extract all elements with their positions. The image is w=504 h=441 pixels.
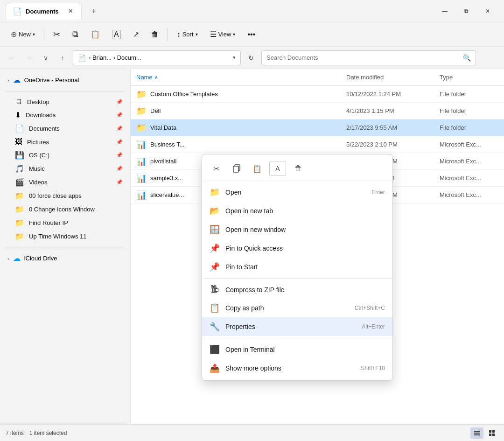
onedrive-icon: ☁ (13, 76, 21, 84)
sidebar-item-os-(c:)[interactable]: 💾 OS (C:) 📌 (2, 148, 128, 162)
ctx-item-copy-as-path[interactable]: 📋 Copy as path Ctrl+Shift+C (202, 299, 392, 317)
onedrive-label: OneDrive - Personal (24, 77, 79, 84)
ctx-item-open-in-new-window[interactable]: 🪟 Open in new window (202, 220, 392, 239)
icloud-icon: ☁ (13, 254, 21, 263)
pin-icon: 📌 (116, 166, 123, 172)
sidebar-item-label: Music (29, 165, 112, 172)
sort-button[interactable]: ↕ Sort ▾ (172, 27, 203, 42)
ctx-item-show-more-options[interactable]: 📤 Show more options Shift+F10 (202, 359, 392, 378)
new-chevron-icon: ▾ (33, 32, 35, 37)
sidebar-item-videos[interactable]: 🎬 Videos 📌 (2, 175, 128, 189)
table-row[interactable]: 📁 Dell 4/1/2023 1:15 PM File folder (131, 103, 504, 119)
copy-button[interactable]: ⧉ (67, 26, 84, 42)
forward-button[interactable]: → (22, 51, 35, 64)
ctx-item-open[interactable]: 📁 Open Enter (202, 183, 392, 202)
sidebar-item-00-force-close-apps[interactable]: 📁 00 force close apps (2, 189, 128, 203)
sidebar-item-up-time-windows-11[interactable]: 📁 Up Time WIndows 11 (2, 230, 128, 243)
paste-icon: 📋 (91, 30, 100, 39)
ctx-item-label: Open in new tab (225, 207, 385, 215)
back-button[interactable]: ← (6, 51, 19, 64)
sidebar-item-label: Downloads (26, 112, 112, 119)
table-row[interactable]: 📁 Vital Data 2/17/2023 9:55 AM File fold… (131, 119, 504, 136)
ctx-item-label: Pin to Start (225, 263, 385, 271)
sidebar-item-downloads[interactable]: ⬇ Downloads 📌 (2, 108, 128, 122)
rename-icon: A (112, 30, 121, 39)
ctx-item-open-in-new-tab[interactable]: 📂 Open in new tab (202, 202, 392, 220)
icloud-label: iCloud Drive (24, 255, 57, 262)
ctx-item-icon: 📂 (210, 206, 220, 216)
file-name-label: sample3.x... (150, 175, 183, 182)
list-view-button[interactable] (470, 427, 483, 439)
sidebar-item-desktop[interactable]: 🖥 Desktop 📌 (2, 95, 128, 108)
ctx-item-shortcut: Shift+F10 (361, 365, 385, 371)
search-input[interactable] (266, 54, 459, 61)
column-name[interactable]: Name ∧ (131, 74, 341, 81)
file-list-header: Name ∧ Date modified Type (131, 69, 504, 86)
ctx-item-icon: 📤 (210, 363, 220, 373)
restore-button[interactable]: ⧉ (455, 4, 477, 19)
ctx-item-pin-to-quick-access[interactable]: 📌 Pin to Quick access (202, 239, 392, 258)
paste-button[interactable]: 📋 (85, 27, 105, 42)
column-type[interactable]: Type (434, 74, 504, 81)
sidebar-item-icloud[interactable]: › ☁ iCloud Drive (2, 251, 128, 266)
file-date-cell: 10/12/2022 1:24 PM (341, 91, 434, 98)
breadcrumb[interactable]: 📄 › Brian... › Docum... ▾ (73, 50, 241, 65)
file-icon: 📊 (136, 140, 147, 150)
context-menu-toolbar: ✂ 📋 A 🗑 (202, 157, 392, 181)
svg-rect-5 (489, 434, 491, 436)
file-name-label: pivotlistall (150, 158, 176, 165)
ctx-cut-button[interactable]: ✂ (208, 161, 224, 176)
status-bar: 7 items 1 item selected (0, 424, 504, 441)
svg-rect-1 (474, 433, 480, 434)
sidebar-item-icon: 💾 (15, 151, 24, 160)
search-box[interactable]: 🔍 (261, 50, 476, 65)
table-row[interactable]: 📁 Custom Office Templates 10/12/2022 1:2… (131, 86, 504, 103)
column-date-modified[interactable]: Date modified (341, 74, 434, 81)
sidebar-item-pictures[interactable]: 🖼 Pictures 📌 (2, 135, 128, 148)
sidebar-item-find-router-ip[interactable]: 📁 Find Router IP (2, 216, 128, 230)
ctx-copy-button[interactable] (228, 161, 245, 176)
file-icon: 📊 (136, 190, 147, 200)
up-button[interactable]: ↑ (56, 51, 69, 64)
share-button[interactable]: ↗ (128, 27, 144, 42)
sidebar-item-documents[interactable]: 📄 Documents 📌 (2, 122, 128, 135)
ctx-item-icon: 🗜 (210, 285, 220, 294)
cut-button[interactable]: ✂ (48, 26, 65, 43)
ctx-paste-button[interactable]: 📋 (249, 161, 266, 176)
ctx-item-pin-to-start[interactable]: 📌 Pin to Start (202, 258, 392, 276)
view-button[interactable]: ☰ View ▾ (205, 27, 241, 42)
ctx-item-compress-to-zip-file[interactable]: 🗜 Compress to ZIP file (202, 280, 392, 299)
ctx-item-properties[interactable]: 🔧 Properties Alt+Enter (202, 317, 392, 336)
active-tab[interactable]: 📄 Documents ✕ (6, 3, 82, 20)
sidebar-item-onedrive[interactable]: › ☁ OneDrive - Personal (2, 73, 128, 87)
more-button[interactable]: ••• (242, 27, 260, 42)
sidebar-item-music[interactable]: 🎵 Music 📌 (2, 162, 128, 175)
ctx-item-icon: 📁 (210, 187, 220, 197)
expand-button[interactable]: ∨ (39, 51, 52, 64)
ctx-rename-button[interactable]: A (269, 161, 286, 176)
minimize-button[interactable]: — (434, 4, 455, 19)
tab-close-button[interactable]: ✕ (66, 7, 75, 15)
sidebar-item-0-change-icons-window[interactable]: 📁 0 Change Icons Window (2, 203, 128, 216)
refresh-button[interactable]: ↻ (245, 51, 258, 64)
tab-strip: 📄 Documents ✕ + (6, 3, 434, 20)
delete-button[interactable]: 🗑 (146, 27, 164, 42)
ctx-item-icon: 🪟 (210, 224, 220, 235)
close-button[interactable]: ✕ (477, 4, 498, 19)
rename-button[interactable]: A (107, 27, 126, 42)
file-icon: 📁 (136, 89, 147, 99)
ctx-item-open-in-terminal[interactable]: ⬛ Open in Terminal (202, 340, 392, 359)
ctx-item-label: Copy as path (225, 304, 349, 312)
file-type-cell: File folder (434, 107, 504, 114)
ctx-item-label: Pin to Quick access (225, 245, 385, 252)
ctx-item-icon: ⬛ (210, 344, 220, 355)
toolbar-separator-2 (168, 28, 168, 41)
table-row[interactable]: 📊 Business T... 5/22/2023 2:10 PM Micros… (131, 136, 504, 153)
ctx-item-label: Compress to ZIP file (225, 286, 385, 294)
file-name-label: Custom Office Templates (150, 91, 218, 98)
address-bar: ← → ∨ ↑ 📄 › Brian... › Docum... ▾ ↻ 🔍 (0, 47, 504, 69)
ctx-delete-button[interactable]: 🗑 (290, 161, 307, 176)
new-button[interactable]: ⊕ New ▾ (6, 27, 40, 42)
grid-view-button[interactable] (485, 427, 498, 439)
new-tab-button[interactable]: + (87, 5, 100, 18)
